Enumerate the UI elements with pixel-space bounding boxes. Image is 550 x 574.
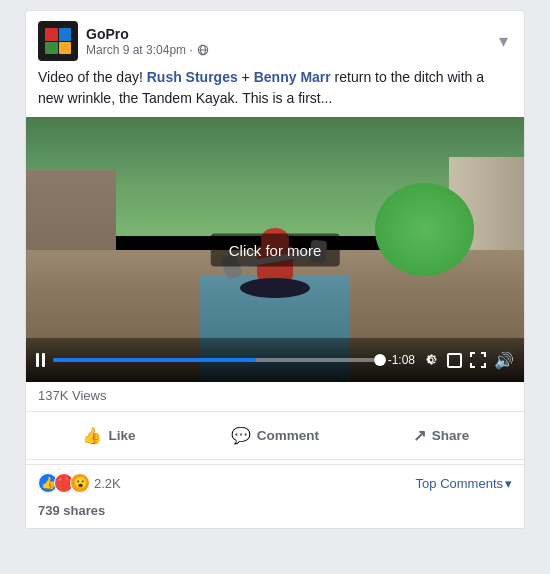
shares-row: 739 shares [26, 497, 524, 528]
progress-track[interactable] [53, 358, 380, 362]
like-label: Like [108, 428, 135, 443]
actions-row: 👍 Like 💬 Comment ↗ Share [26, 416, 524, 455]
page-info: GoPro March 9 at 3:04pm · [86, 25, 209, 57]
divider-1 [26, 411, 524, 412]
logo-yellow [59, 42, 72, 55]
wow-emoji: 😮 [70, 473, 90, 493]
progress-thumb [374, 354, 386, 366]
corner-bl [470, 363, 475, 368]
volume-icon: 🔊 [494, 351, 514, 370]
link-benny-marr[interactable]: Benny Marr [254, 69, 331, 85]
gopro-logo-grid [45, 28, 71, 54]
divider-2 [26, 459, 524, 460]
corner-br [481, 363, 486, 368]
volume-button[interactable]: 🔊 [494, 351, 514, 370]
top-comments-chevron: ▾ [505, 476, 512, 491]
post-options-chevron[interactable]: ▾ [499, 32, 508, 50]
top-comments-label: Top Comments [416, 476, 503, 491]
like-button[interactable]: 👍 Like [26, 418, 192, 453]
comment-icon: 💬 [231, 426, 251, 445]
globe-icon [197, 44, 209, 56]
pause-icon [36, 353, 45, 367]
share-label: Share [432, 428, 470, 443]
progress-fill [53, 358, 256, 362]
airplay-button[interactable] [447, 353, 462, 368]
scene-vegetation [375, 183, 475, 276]
time-remaining: -1:08 [388, 353, 415, 367]
post-text-prefix: Video of the day! [38, 69, 147, 85]
fullscreen-icon [470, 352, 486, 368]
page-name[interactable]: GoPro [86, 25, 209, 43]
fullscreen-button[interactable] [470, 352, 486, 368]
logo-blue [59, 28, 72, 41]
logo-green [45, 42, 58, 55]
pause-bar-1 [36, 353, 39, 367]
like-icon: 👍 [82, 426, 102, 445]
corner-tr [481, 352, 486, 357]
comment-button[interactable]: 💬 Comment [192, 418, 358, 453]
shares-count: 739 shares [38, 503, 105, 518]
top-comments-button[interactable]: Top Comments ▾ [416, 476, 512, 491]
pause-button[interactable] [36, 353, 45, 367]
share-icon: ↗ [413, 426, 426, 445]
settings-button[interactable] [423, 352, 439, 368]
emoji-bubbles: 👍 ❤️ 😮 [38, 473, 90, 493]
video-controls: -1:08 [26, 338, 524, 382]
post-meta: March 9 at 3:04pm · [86, 43, 209, 57]
views-count: 137K Views [26, 382, 524, 407]
post-date: March 9 at 3:04pm · [86, 43, 193, 57]
post-header: GoPro March 9 at 3:04pm · ▾ [26, 11, 524, 67]
link-rush-sturges[interactable]: Rush Sturges [147, 69, 238, 85]
header-left: GoPro March 9 at 3:04pm · [38, 21, 209, 61]
post-text: Video of the day! Rush Sturges + Benny M… [26, 67, 524, 117]
gear-icon [423, 352, 439, 368]
post-text-separator: + [238, 69, 254, 85]
comment-label: Comment [257, 428, 319, 443]
post-card: GoPro March 9 at 3:04pm · ▾ Video of the… [25, 10, 525, 529]
corner-tl [470, 352, 475, 357]
reaction-count: 2.2K [94, 476, 121, 491]
video-player[interactable]: Click for more -1:08 [26, 117, 524, 382]
kayaker-boat [240, 278, 310, 298]
box-icon [447, 353, 462, 368]
click-for-more-overlay[interactable]: Click for more [211, 233, 340, 266]
pause-bar-2 [42, 353, 45, 367]
share-button[interactable]: ↗ Share [358, 418, 524, 453]
reactions-left: 👍 ❤️ 😮 2.2K [38, 473, 121, 493]
page-avatar[interactable] [38, 21, 78, 61]
logo-red [45, 28, 58, 41]
reactions-row: 👍 ❤️ 😮 2.2K Top Comments ▾ [26, 464, 524, 497]
